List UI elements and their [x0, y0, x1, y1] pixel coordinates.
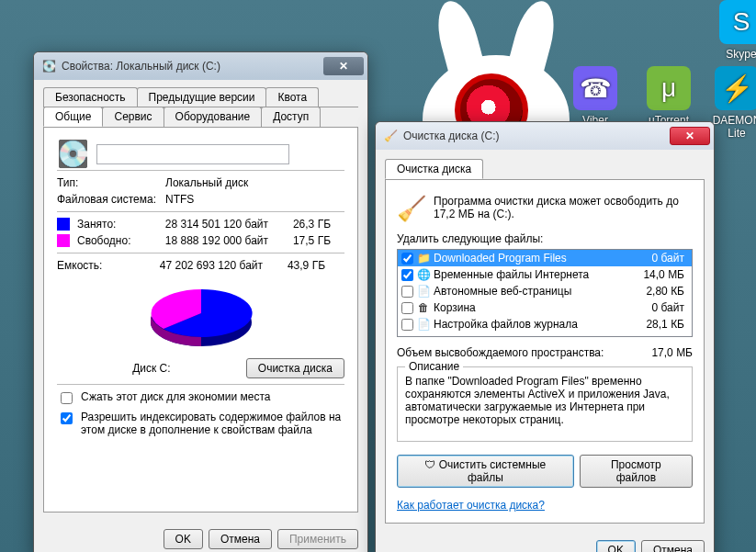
tab-equipment[interactable]: Оборудование	[164, 107, 263, 127]
tab-cleanup[interactable]: Очистка диска	[385, 159, 483, 179]
free-bytes: 18 888 192 000 байт	[140, 234, 268, 247]
disk-cleanup-button[interactable]: Очистка диска	[246, 358, 344, 378]
volume-name-input[interactable]	[96, 144, 289, 164]
file-list-row[interactable]: 📄Автономные веб-страницы2,80 КБ	[398, 283, 692, 299]
drive-large-icon: 💽	[57, 144, 89, 164]
file-type-icon: 📁	[417, 252, 430, 265]
total-value: 17,0 МБ	[651, 346, 693, 359]
drive-icon: 💽	[41, 59, 56, 73]
free-label: Свободно:	[77, 234, 132, 247]
tab-access[interactable]: Доступ	[261, 107, 321, 127]
clean-system-files-button[interactable]: 🛡 Очистить системные файлы	[397, 455, 574, 488]
usage-pie-chart	[141, 281, 261, 355]
index-checkbox[interactable]	[61, 412, 73, 424]
fs-label: Файловая система:	[57, 193, 158, 206]
file-type-icon: 🗑	[417, 301, 430, 314]
file-checkbox[interactable]	[401, 253, 413, 265]
properties-window: 💽 Свойства: Локальный диск (C:) ✕ Безопа…	[33, 51, 368, 552]
cleanup-intro: Программа очистки диска может освободить…	[434, 195, 693, 220]
file-name: Настройка файлов журнала	[434, 318, 642, 331]
file-type-icon: 📄	[417, 285, 430, 298]
free-gb: 17,5 ГБ	[276, 234, 331, 247]
file-size: 14,0 МБ	[643, 268, 688, 281]
file-name: Корзина	[434, 301, 649, 314]
titlebar[interactable]: 💽 Свойства: Локальный диск (C:) ✕	[34, 52, 367, 80]
used-gb: 26,3 ГБ	[276, 218, 331, 231]
fs-value: NTFS	[165, 193, 194, 206]
desktop-icon-label: Skype	[712, 48, 756, 61]
cancel-button[interactable]: Отмена	[209, 529, 272, 549]
window-title: Свойства: Локальный диск (C:)	[62, 60, 323, 73]
index-label: Разрешить индексировать содержимое файло…	[81, 411, 344, 436]
file-size: 0 байт	[652, 252, 688, 265]
capacity-bytes: 47 202 693 120 байт	[134, 259, 263, 272]
delete-files-label: Удалить следующие файлы:	[397, 232, 693, 245]
desktop-icon-skype[interactable]: S Skype	[712, 0, 756, 61]
file-list-row[interactable]: 🗑Корзина0 байт	[398, 299, 692, 316]
ok-button[interactable]: OK	[596, 540, 636, 552]
file-checkbox[interactable]	[401, 286, 413, 298]
file-list-row[interactable]: 🌐Временные файлы Интернета14,0 МБ	[398, 266, 692, 283]
file-checkbox[interactable]	[401, 269, 413, 281]
apply-button[interactable]: Применить	[277, 529, 358, 549]
file-size: 2,80 КБ	[646, 285, 688, 298]
file-name: Временные файлы Интернета	[434, 268, 639, 281]
used-swatch	[57, 218, 70, 231]
disk-cleanup-window: 🧹 Очистка диска (C:) ✕ Очистка диска 🧹 П…	[375, 121, 715, 552]
type-label: Тип:	[57, 176, 158, 189]
titlebar[interactable]: 🧹 Очистка диска (C:) ✕	[376, 122, 714, 150]
file-name: Downloaded Program Files	[434, 252, 649, 265]
ok-button[interactable]: OK	[164, 529, 203, 549]
pie-caption: Диск C:	[57, 362, 246, 375]
file-list[interactable]: 📁Downloaded Program Files0 байт🌐Временны…	[397, 249, 693, 337]
tab-previous-versions[interactable]: Предыдущие версии	[137, 87, 267, 107]
tab-general[interactable]: Общие	[43, 107, 103, 127]
desc-title: Описание	[405, 360, 463, 373]
free-swatch	[57, 234, 70, 247]
tab-row-upper: Безопасность Предыдущие версии Квота	[43, 87, 358, 107]
tab-service[interactable]: Сервис	[102, 107, 164, 127]
file-size: 0 байт	[652, 301, 688, 314]
close-button[interactable]: ✕	[670, 127, 710, 145]
file-list-row[interactable]: 📄Настройка файлов журнала28,1 КБ	[398, 316, 692, 332]
file-checkbox[interactable]	[401, 302, 413, 314]
desc-text: В папке "Downloaded Program Files" време…	[405, 375, 684, 434]
type-value: Локальный диск	[165, 176, 248, 189]
file-type-icon: 🌐	[417, 268, 430, 281]
cleanup-large-icon: 🧹	[397, 195, 426, 223]
used-bytes: 28 314 501 120 байт	[140, 218, 268, 231]
how-it-works-link[interactable]: Как работает очистка диска?	[397, 499, 545, 512]
capacity-label: Емкость:	[57, 259, 127, 272]
view-files-button[interactable]: Просмотр файлов	[580, 455, 693, 488]
desktop-icon-viber[interactable]: ☎ Viber	[566, 66, 625, 127]
used-label: Занято:	[77, 218, 132, 231]
tab-quota[interactable]: Квота	[265, 87, 319, 107]
desktop-icon-utorrent[interactable]: μ uTorrent	[639, 66, 698, 127]
file-list-row[interactable]: 📁Downloaded Program Files0 байт	[398, 250, 692, 266]
window-title: Очистка диска (C:)	[403, 130, 670, 142]
compress-label: Сжать этот диск для экономии места	[81, 390, 270, 403]
tab-row-lower: Общие Сервис Оборудование Доступ	[43, 107, 358, 128]
file-name: Автономные веб-страницы	[434, 285, 642, 298]
total-label: Объем высвобождаемого пространства:	[397, 346, 604, 359]
cancel-button[interactable]: Отмена	[641, 540, 705, 552]
file-size: 28,1 КБ	[646, 318, 688, 331]
file-checkbox[interactable]	[401, 319, 413, 331]
tab-security[interactable]: Безопасность	[43, 87, 138, 107]
compress-checkbox[interactable]	[61, 392, 73, 404]
cleanup-icon: 🧹	[383, 129, 398, 143]
capacity-gb: 43,9 ГБ	[270, 259, 325, 272]
shield-icon: 🛡	[424, 458, 435, 471]
close-button[interactable]: ✕	[323, 57, 364, 75]
file-type-icon: 📄	[417, 318, 430, 331]
